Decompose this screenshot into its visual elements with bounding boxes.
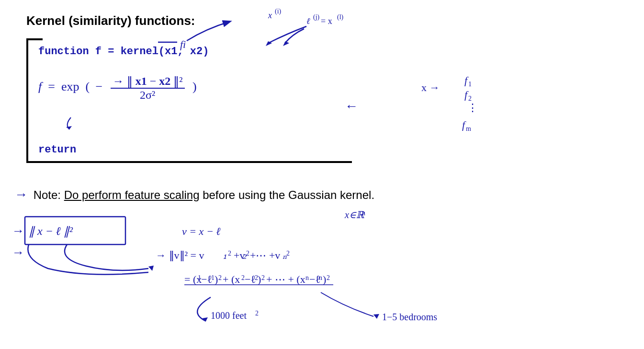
svg-marker-48 xyxy=(373,314,379,319)
x-in-Rn: x∈ℝ xyxy=(344,209,365,220)
svg-text:₁: ₁ xyxy=(223,249,227,261)
label-bedrooms: 1−5 bedrooms xyxy=(382,312,437,322)
note-line: → Note: Do perform feature scaling befor… xyxy=(14,187,374,202)
svg-text:(l): (l) xyxy=(337,13,344,21)
lj-label: ℓ xyxy=(306,16,310,26)
svg-text:n: n xyxy=(305,274,309,281)
code-line1: function f = kernel(x1, x2) xyxy=(38,46,209,58)
svg-text:⋮: ⋮ xyxy=(467,102,478,114)
formula-paren-open: ( xyxy=(82,80,90,93)
x-arrow: x → xyxy=(421,81,440,93)
svg-text:f: f xyxy=(462,119,466,131)
svg-marker-46 xyxy=(202,317,208,321)
svg-text:2: 2 xyxy=(246,250,249,257)
svg-text:n: n xyxy=(319,274,322,281)
eq2: = (x xyxy=(184,273,202,285)
svg-text:₂: ₂ xyxy=(242,249,247,261)
svg-text:2: 2 xyxy=(255,274,258,281)
svg-text:(j): (j) xyxy=(313,13,320,21)
formula-f-equals: f = exp xyxy=(38,80,82,93)
svg-text:1: 1 xyxy=(468,81,472,88)
v-eq: v = x − ℓ xyxy=(182,225,221,237)
svg-text:f: f xyxy=(464,89,469,101)
svg-text:2: 2 xyxy=(241,274,245,281)
page: Kernel (similarity) functions: function … xyxy=(0,0,644,349)
note-arrow: → xyxy=(14,187,28,202)
svg-text:n: n xyxy=(362,209,365,217)
svg-text:→: → xyxy=(12,245,24,259)
svg-text:+v: +v xyxy=(234,249,245,261)
svg-text:1: 1 xyxy=(198,274,201,281)
svg-text:= x: = x xyxy=(321,16,332,26)
note-text: Note: xyxy=(34,188,64,201)
formula-minus: − xyxy=(92,80,106,93)
svg-text:−ℓ: −ℓ xyxy=(245,273,256,285)
note-underlined: Do perform feature scaling xyxy=(64,188,200,201)
note-rest: before using the Gaussian kernel. xyxy=(200,188,375,201)
svg-text:→: → xyxy=(12,224,24,238)
svg-text:1: 1 xyxy=(211,274,215,281)
svg-text:2: 2 xyxy=(286,250,290,257)
label-1000: 1000 feet xyxy=(211,310,247,321)
svg-rect-15 xyxy=(25,217,125,244)
svg-text:): ) xyxy=(258,273,261,285)
svg-text:m: m xyxy=(466,125,471,132)
svg-text:ₙ: ₙ xyxy=(282,249,287,261)
svg-text:(i): (i) xyxy=(275,8,282,15)
svg-text:+ ⋯ + (x: + ⋯ + (x xyxy=(266,273,305,285)
norm-v: → ‖v‖² = v xyxy=(156,249,204,261)
formula-denominator: 2σ² xyxy=(138,89,157,102)
svg-text:2: 2 xyxy=(327,274,330,281)
page-title: Kernel (similarity) functions: xyxy=(26,13,195,28)
svg-text:): ) xyxy=(323,273,326,285)
svg-text:2: 2 xyxy=(228,250,231,257)
svg-text:−ℓ: −ℓ xyxy=(201,273,212,285)
svg-text:2: 2 xyxy=(218,274,222,281)
svg-text:2: 2 xyxy=(255,310,259,317)
svg-text:f: f xyxy=(464,74,469,86)
xi-label: x xyxy=(268,11,272,20)
svg-text:+ (x: + (x xyxy=(223,273,240,285)
svg-text:+⋯ +v: +⋯ +v xyxy=(250,249,280,261)
formula-area: f = exp ( − → ‖ x1 − x2 ‖² 2σ² ) xyxy=(38,74,197,102)
formula-numerator: → ‖ x1 − x2 ‖² xyxy=(111,74,185,89)
code-return: return xyxy=(38,144,76,156)
formula-fraction: → ‖ x1 − x2 ‖² 2σ² xyxy=(111,74,185,102)
svg-marker-16 xyxy=(148,266,154,271)
formula-paren-close: ) xyxy=(190,80,197,93)
norm-box-text: ‖ x − ℓ ‖² xyxy=(29,225,73,238)
svg-text:2: 2 xyxy=(468,95,472,102)
svg-text:): ) xyxy=(215,273,218,285)
svg-text:2: 2 xyxy=(261,274,265,281)
svg-text:−ℓ: −ℓ xyxy=(309,273,320,285)
